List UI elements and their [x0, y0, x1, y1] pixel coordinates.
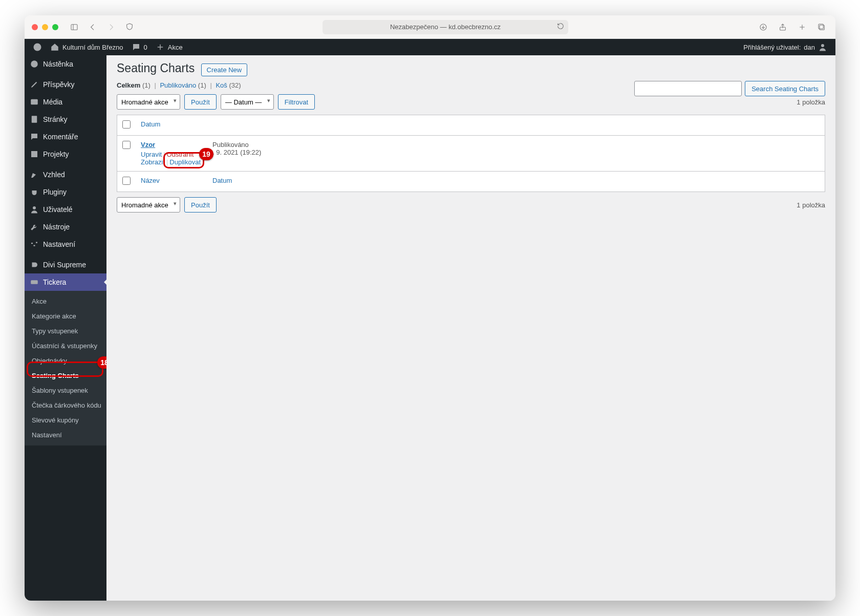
submenu-item-seating-charts[interactable]: Seating Charts — [25, 368, 106, 383]
annotation-badge-18: 18 — [97, 356, 106, 369]
row-action-view[interactable]: Zobrazit — [141, 158, 165, 166]
sidebar-item-label: Nástěnka — [43, 60, 73, 68]
sidebar-toggle-icon[interactable] — [68, 20, 81, 34]
sidebar-item-users[interactable]: Uživatelé — [25, 201, 106, 218]
sidebar-item-label: Nástroje — [43, 223, 70, 231]
filter-trash-link[interactable]: Koš — [216, 81, 227, 89]
submenu-item-nastaveni[interactable]: Nastavení — [25, 428, 106, 442]
row-checkbox[interactable] — [122, 141, 131, 149]
url-text: Nezabezpečeno — kd.obecbrezno.cz — [390, 23, 501, 31]
site-home-link[interactable]: Kulturní dům Březno — [46, 39, 127, 55]
search-input[interactable] — [634, 81, 742, 96]
svg-point-12 — [821, 44, 824, 47]
filter-published-link[interactable]: Publikováno — [160, 81, 196, 89]
filter-trash-count: (32) — [229, 81, 241, 89]
svg-rect-26 — [31, 280, 38, 284]
row-actions: Upravit|Odstranit Zobrazit|Duplikovat — [141, 151, 202, 166]
sidebar-item-label: Tickera — [43, 278, 66, 286]
sidebar-item-plugins[interactable]: Pluginy — [25, 183, 106, 201]
new-tab-icon[interactable] — [795, 20, 809, 34]
forward-icon[interactable] — [104, 20, 118, 34]
submenu-item-kupony[interactable]: Slevové kupóny — [25, 413, 106, 428]
wp-admin-bar: Kulturní dům Březno 0 Akce Přihlášený už… — [25, 39, 835, 55]
svg-rect-15 — [31, 99, 38, 105]
sidebar-item-media[interactable]: Média — [25, 93, 106, 111]
sidebar-item-label: Projekty — [43, 150, 69, 158]
submenu-item-objednavky[interactable]: Objednávky — [25, 353, 106, 368]
reload-icon[interactable] — [557, 23, 564, 31]
sidebar-item-appearance[interactable]: Vzhled — [25, 166, 106, 183]
bulk-action-select-bottom[interactable]: Hromadné akce — [117, 197, 180, 213]
table-row: Vzor Upravit|Odstranit Zobrazit|Duplikov… — [117, 136, 825, 172]
sidebar-item-label: Stránky — [43, 115, 67, 123]
sidebar-item-label: Komentáře — [43, 133, 78, 141]
new-content-link[interactable]: Akce — [152, 39, 187, 55]
sidebar-item-tools[interactable]: Nástroje — [25, 218, 106, 236]
search-button[interactable]: Search Seating Charts — [745, 81, 825, 96]
logged-in-user[interactable]: Přihlášený uživatel: dan — [739, 39, 831, 55]
sidebar-item-posts[interactable]: Příspěvky — [25, 76, 106, 93]
items-count-bottom: 1 položka — [797, 201, 825, 209]
submenu-item-typy[interactable]: Typy vstupenek — [25, 324, 106, 338]
svg-point-16 — [32, 100, 34, 102]
svg-rect-7 — [820, 25, 824, 30]
admin-sidebar: Nástěnka Příspěvky Média Stránky Komentá… — [25, 55, 106, 601]
share-icon[interactable] — [776, 20, 789, 34]
row-action-trash[interactable]: Odstranit — [167, 151, 194, 158]
tablenav-bottom: Hromadné akce Použít 1 položka — [117, 197, 825, 213]
select-all-bottom[interactable] — [122, 177, 131, 185]
close-window-icon[interactable] — [32, 24, 38, 30]
col-date-footer[interactable]: Datum — [207, 172, 825, 192]
comment-count: 0 — [144, 44, 147, 51]
apply-button-bottom[interactable]: Použít — [184, 197, 217, 213]
submenu-item-ctecka[interactable]: Čtečka čárkového kódu — [25, 398, 106, 413]
sidebar-item-projects[interactable]: Projekty — [25, 145, 106, 163]
sidebar-item-label: Pluginy — [43, 188, 67, 196]
comments-link[interactable]: 0 — [127, 39, 152, 55]
sidebar-item-settings[interactable]: Nastavení — [25, 236, 106, 253]
shield-icon[interactable] — [123, 20, 136, 33]
apply-button-top[interactable]: Použít — [184, 94, 217, 110]
toolbar-right-group — [757, 20, 828, 34]
svg-rect-18 — [31, 151, 37, 157]
url-bar[interactable]: Nezabezpečeno — kd.obecbrezno.cz — [322, 20, 568, 34]
submenu-item-ucastnici[interactable]: Účastníci & vstupenky — [25, 338, 106, 353]
row-status-label: Publikováno — [212, 141, 820, 148]
row-action-edit[interactable]: Upravit — [141, 151, 162, 158]
sidebar-item-tickera[interactable]: Tickera — [25, 273, 106, 291]
logged-in-prefix: Přihlášený uživatel: — [743, 44, 801, 51]
tabs-overview-icon[interactable] — [815, 20, 828, 34]
svg-point-19 — [33, 206, 36, 209]
create-new-button[interactable]: Create New — [201, 63, 248, 76]
col-date-header-top[interactable]: Datum — [136, 115, 207, 136]
row-title-link[interactable]: Vzor — [141, 141, 155, 148]
submenu-item-sablony[interactable]: Šablony vstupenek — [25, 383, 106, 398]
filter-all-label[interactable]: Celkem — [117, 81, 140, 89]
wp-logo-icon[interactable] — [29, 39, 46, 55]
back-icon[interactable] — [86, 20, 99, 34]
sidebar-item-comments[interactable]: Komentáře — [25, 128, 106, 145]
submenu-item-kategorie[interactable]: Kategorie akce — [25, 309, 106, 324]
downloads-icon[interactable] — [757, 20, 770, 34]
tickera-submenu: Akce Kategorie akce Typy vstupenek Účast… — [25, 291, 106, 445]
site-name: Kulturní dům Březno — [62, 44, 123, 51]
sidebar-item-label: Příspěvky — [43, 80, 74, 89]
select-all-top[interactable] — [122, 120, 131, 129]
svg-rect-23 — [31, 243, 33, 244]
submenu-item-akce[interactable]: Akce — [25, 294, 106, 309]
zoom-window-icon[interactable] — [52, 24, 58, 30]
svg-rect-17 — [32, 116, 37, 123]
filter-all-count: (1) — [142, 81, 150, 89]
sidebar-item-divi-supreme[interactable]: Divi Supreme — [25, 256, 106, 273]
row-action-duplicate[interactable]: Duplikovat — [169, 158, 201, 166]
items-count-top: 1 položka — [797, 98, 825, 106]
minimize-window-icon[interactable] — [42, 24, 48, 30]
bulk-action-select[interactable]: Hromadné akce — [117, 94, 180, 110]
sidebar-item-dashboard[interactable]: Nástěnka — [25, 55, 106, 73]
sidebar-item-pages[interactable]: Stránky — [25, 111, 106, 128]
date-filter-select[interactable]: — Datum — — [221, 94, 274, 110]
filter-button[interactable]: Filtrovat — [278, 94, 315, 110]
sidebar-item-label: Nastavení — [43, 240, 75, 248]
filter-published-count: (1) — [198, 81, 206, 89]
col-name-footer[interactable]: Název — [136, 172, 207, 192]
